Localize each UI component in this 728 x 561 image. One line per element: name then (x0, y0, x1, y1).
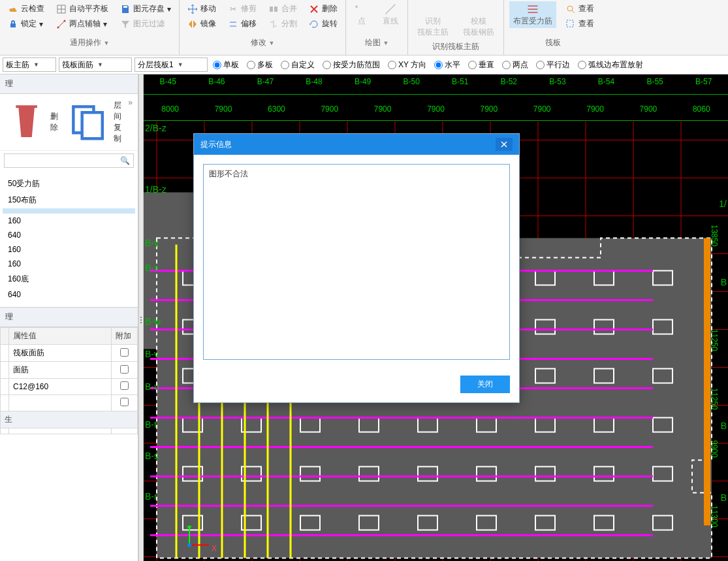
trim-button[interactable]: ✂修剪 (225, 1, 259, 16)
list-item[interactable]: 160 (3, 242, 135, 257)
property-panel: 理 属性值附加 筏板面筋 面筋 C12@160 生 (0, 307, 138, 434)
grid-row-label-right: B (721, 421, 727, 431)
prop-checkbox[interactable] (120, 398, 129, 406)
trim-icon: ✂ (228, 4, 238, 14)
check-button[interactable]: 校核筏板钢筋 (459, 1, 498, 39)
svg-rect-6 (567, 20, 573, 27)
list-item[interactable]: 150布筋 (3, 192, 135, 208)
combo-1[interactable]: 板主筋▼ (3, 57, 56, 72)
radio-2pt[interactable]: 两点 (502, 59, 528, 71)
radio-multi[interactable]: 多板 (247, 59, 273, 71)
grid-col-label: B-51 (452, 77, 468, 86)
dialog-titlebar[interactable]: 提示信息 (194, 134, 519, 155)
offset-icon (228, 19, 238, 29)
view-button[interactable]: 查看 (563, 1, 597, 16)
offset-button[interactable]: 偏移 (225, 16, 259, 31)
move-button[interactable]: 移动 (185, 1, 219, 16)
prop-checkbox[interactable] (120, 381, 129, 390)
identify-button[interactable]: 识别筏板主筋 (413, 1, 452, 39)
filter-button[interactable]: 图元过滤 (118, 16, 174, 31)
grid-row-label: B-w (145, 316, 161, 327)
line-button[interactable]: 直线 (379, 1, 402, 28)
prop-row[interactable] (1, 395, 138, 411)
radio-vert[interactable]: 垂直 (468, 59, 494, 71)
rotate-icon (309, 19, 319, 29)
prop-group-row[interactable]: 生 (1, 411, 138, 428)
grid-row-label-right: B (721, 277, 727, 287)
panel-toolbar: 删除 层间复制 » (0, 94, 138, 151)
panel-copy-button[interactable]: 层间复制 (65, 98, 121, 146)
two-point-axis-button[interactable]: 两点辅轴▾ (54, 16, 111, 31)
chevron-down-icon: ▼ (178, 61, 183, 68)
list-item[interactable]: 50受力筋 (3, 176, 135, 192)
radio-horiz[interactable]: 水平 (434, 59, 460, 71)
panel-delete-button[interactable]: 删除 (5, 98, 58, 146)
save-comp-button[interactable]: 图元存盘▾ (118, 1, 174, 16)
svg-point-1 (57, 26, 59, 28)
trash-icon (5, 100, 48, 144)
radio-arc[interactable]: 弧线边布置放射 (578, 59, 643, 71)
point-icon: • (355, 3, 368, 16)
list-item[interactable]: 640 (3, 287, 135, 302)
line-icon (384, 3, 397, 16)
radio-xy[interactable]: XY 方向 (388, 59, 426, 71)
dialog-title: 提示信息 (200, 139, 232, 150)
group-caption-general: 通用操作▼ (5, 35, 174, 50)
grid-dim-label: 7900 (321, 104, 338, 114)
panel-header-2: 理 (0, 308, 138, 327)
prop-checkbox[interactable] (120, 365, 129, 374)
grid-col-label: B-54 (598, 77, 614, 86)
cloud-check-button[interactable]: 云检查 (5, 1, 47, 16)
dialog-close-button[interactable] (496, 138, 513, 151)
place-rebar-button[interactable]: 布置受力筋 (509, 1, 556, 28)
chevron-down-icon: ▼ (33, 61, 39, 68)
prop-row[interactable] (1, 428, 138, 434)
chevron-down-icon: ▼ (97, 61, 103, 68)
mirror-button[interactable]: 镜像 (185, 16, 219, 31)
prop-row[interactable]: C12@160 (1, 379, 138, 395)
split-button[interactable]: 分割 (266, 16, 300, 31)
group-caption-modify: 修改▼ (185, 35, 340, 50)
radio-custom[interactable]: 自定义 (281, 59, 315, 71)
merge-button[interactable]: 合并 (266, 1, 300, 16)
list-item[interactable] (3, 208, 135, 214)
grid-dim-label: 7900 (215, 104, 232, 114)
grid-row-label: B-s (145, 451, 159, 461)
list-item[interactable]: 160 (3, 214, 135, 228)
lock-button[interactable]: 锁定▾ (5, 16, 47, 31)
grid-dim-label: 8000 (161, 104, 179, 114)
identify-icon (426, 3, 439, 16)
prop-row[interactable]: 面筋 (1, 362, 138, 379)
panel-menu-button[interactable]: » (128, 98, 133, 146)
point-button[interactable]: •点 (351, 1, 372, 28)
combo-3[interactable]: 分层筏板1▼ (135, 57, 208, 72)
grid-col-label: B-55 (646, 77, 663, 86)
view2-button[interactable]: 查看 (563, 16, 597, 31)
dialog-body: 图形不合法 (194, 155, 519, 369)
grid-row-label: B-y (145, 238, 159, 248)
chevron-down-icon: ▾ (167, 5, 171, 14)
list-item[interactable]: 160 (3, 257, 135, 271)
list-item[interactable]: 160底 (3, 271, 135, 287)
auto-flat-button[interactable]: 自动平齐板 (54, 1, 111, 16)
grid-row-label-right: B (721, 492, 727, 503)
radio-parallel[interactable]: 平行边 (536, 59, 570, 71)
dialog-ok-button[interactable]: 关闭 (460, 376, 510, 393)
rotate-button[interactable]: 旋转 (306, 16, 340, 31)
prop-checkbox[interactable] (120, 348, 129, 357)
delete-button[interactable]: 删除 (306, 1, 340, 16)
chevron-down-icon: ▾ (39, 20, 43, 29)
search-icon (565, 4, 576, 14)
list-item[interactable]: 640 (3, 228, 135, 242)
radio-single[interactable]: 单板 (213, 59, 239, 71)
vertical-splitter[interactable] (138, 74, 144, 561)
combo-2[interactable]: 筏板面筋▼ (59, 57, 132, 72)
grid-dim-label: 7900 (533, 104, 551, 114)
radio-range[interactable]: 按受力筋范围 (323, 59, 380, 71)
option-bar: 板主筋▼ 筏板面筋▼ 分层筏板1▼ 单板 多板 自定义 按受力筋范围 XY 方向… (0, 56, 728, 74)
prop-row[interactable]: 筏板面筋 (1, 345, 138, 362)
grid-row-label: B-v (145, 349, 159, 359)
axis-icon (56, 19, 67, 29)
axis-y-label: Y (187, 524, 192, 534)
search-input[interactable] (4, 153, 134, 168)
